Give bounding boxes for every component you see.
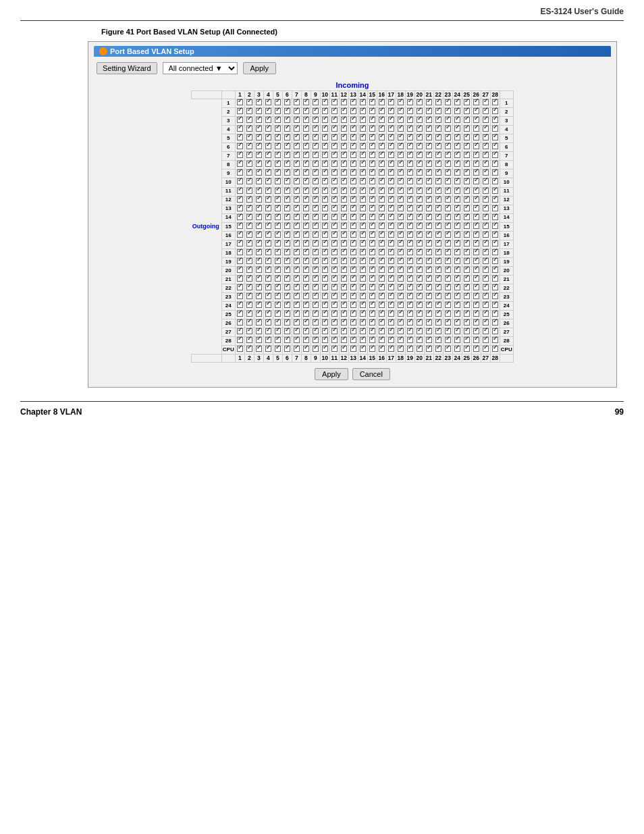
cell-rCPU-c6[interactable] [282, 346, 292, 355]
checkbox-r6-c25[interactable] [464, 143, 470, 149]
checkbox-rCPU-c28[interactable] [492, 346, 498, 352]
checkbox-r8-c21[interactable] [426, 161, 432, 167]
checkbox-r14-c24[interactable] [454, 214, 460, 220]
checkbox-rCPU-c25[interactable] [464, 346, 470, 352]
checkbox-r3-c12[interactable] [341, 117, 347, 123]
cell-rCPU-c12[interactable] [339, 346, 348, 355]
checkbox-r18-c10[interactable] [322, 249, 328, 255]
checkbox-rCPU-c6[interactable] [284, 346, 290, 352]
checkbox-r20-c13[interactable] [350, 267, 356, 273]
checkbox-r8-c3[interactable] [256, 161, 262, 167]
checkbox-r20-c19[interactable] [407, 267, 413, 273]
checkbox-r24-c6[interactable] [284, 302, 290, 308]
checkbox-r7-c4[interactable] [265, 152, 271, 158]
apply-bottom-button[interactable]: Apply [315, 368, 348, 380]
checkbox-r13-c7[interactable] [294, 205, 300, 211]
checkbox-r9-c1[interactable] [237, 170, 243, 176]
checkbox-r27-c16[interactable] [379, 328, 385, 334]
checkbox-r24-c11[interactable] [331, 302, 338, 308]
checkbox-r18-c11[interactable] [331, 249, 338, 255]
checkbox-r10-c28[interactable] [492, 178, 498, 184]
checkbox-r15-c28[interactable] [492, 223, 498, 229]
checkbox-r3-c1[interactable] [237, 117, 243, 123]
checkbox-r25-c21[interactable] [426, 311, 432, 317]
checkbox-r21-c22[interactable] [435, 276, 441, 282]
checkbox-r25-c19[interactable] [407, 311, 413, 317]
checkbox-r7-c25[interactable] [464, 152, 470, 158]
checkbox-r9-c7[interactable] [294, 170, 300, 176]
checkbox-r19-c17[interactable] [388, 258, 394, 264]
checkbox-r3-c17[interactable] [388, 117, 394, 123]
checkbox-r22-c21[interactable] [426, 284, 432, 290]
checkbox-r12-c1[interactable] [237, 197, 243, 203]
checkbox-r20-c9[interactable] [313, 267, 319, 273]
checkbox-r20-c4[interactable] [265, 267, 271, 273]
checkbox-r27-c22[interactable] [435, 328, 441, 334]
checkbox-r12-c16[interactable] [379, 197, 385, 203]
cell-rCPU-c4[interactable] [263, 346, 273, 355]
checkbox-r25-c9[interactable] [313, 311, 319, 317]
checkbox-r22-c24[interactable] [454, 284, 460, 290]
checkbox-r19-c21[interactable] [426, 258, 432, 264]
checkbox-r10-c3[interactable] [256, 178, 262, 184]
checkbox-r1-c21[interactable] [426, 99, 432, 105]
checkbox-r21-c13[interactable] [350, 276, 356, 282]
checkbox-r15-c19[interactable] [407, 223, 413, 229]
checkbox-r13-c28[interactable] [492, 205, 498, 211]
checkbox-r8-c4[interactable] [265, 161, 271, 167]
checkbox-r23-c21[interactable] [426, 293, 432, 299]
checkbox-r19-c2[interactable] [246, 258, 252, 264]
checkbox-r8-c22[interactable] [435, 161, 441, 167]
checkbox-r27-c28[interactable] [492, 328, 498, 334]
checkbox-rCPU-c7[interactable] [294, 346, 300, 352]
cell-rCPU-c5[interactable] [273, 346, 282, 355]
checkbox-r26-c8[interactable] [303, 319, 309, 325]
checkbox-r28-c23[interactable] [445, 337, 451, 343]
checkbox-r14-c1[interactable] [237, 214, 243, 220]
checkbox-rCPU-c23[interactable] [445, 346, 451, 352]
checkbox-r1-c15[interactable] [369, 99, 375, 105]
checkbox-r2-c12[interactable] [341, 108, 347, 114]
checkbox-r3-c27[interactable] [483, 117, 489, 123]
checkbox-r19-c14[interactable] [360, 258, 366, 264]
checkbox-r24-c21[interactable] [426, 302, 432, 308]
checkbox-r19-c8[interactable] [303, 258, 309, 264]
checkbox-r23-c10[interactable] [322, 293, 328, 299]
checkbox-r7-c11[interactable] [331, 152, 338, 158]
checkbox-r23-c20[interactable] [417, 293, 423, 299]
checkbox-r1-c1[interactable] [237, 99, 243, 105]
checkbox-r11-c20[interactable] [417, 188, 423, 194]
checkbox-r22-c26[interactable] [473, 284, 479, 290]
checkbox-rCPU-c10[interactable] [322, 346, 328, 352]
checkbox-r7-c17[interactable] [388, 152, 394, 158]
checkbox-r2-c25[interactable] [464, 108, 470, 114]
checkbox-r1-c20[interactable] [417, 99, 423, 105]
checkbox-r10-c6[interactable] [284, 178, 290, 184]
checkbox-r13-c16[interactable] [379, 205, 385, 211]
checkbox-r1-c9[interactable] [313, 99, 319, 105]
checkbox-r23-c18[interactable] [398, 293, 404, 299]
checkbox-r6-c22[interactable] [435, 143, 441, 149]
checkbox-rCPU-c16[interactable] [379, 346, 385, 352]
checkbox-r8-c23[interactable] [445, 161, 451, 167]
checkbox-r1-c25[interactable] [464, 99, 470, 105]
checkbox-r22-c19[interactable] [407, 284, 413, 290]
checkbox-r5-c19[interactable] [407, 134, 413, 140]
checkbox-r13-c12[interactable] [341, 205, 347, 211]
checkbox-r23-c3[interactable] [256, 293, 262, 299]
checkbox-rCPU-c11[interactable] [331, 346, 338, 352]
checkbox-r14-c5[interactable] [275, 214, 281, 220]
checkbox-r28-c25[interactable] [464, 337, 470, 343]
checkbox-r5-c3[interactable] [256, 134, 262, 140]
checkbox-r11-c18[interactable] [398, 188, 404, 194]
checkbox-r14-c7[interactable] [294, 214, 300, 220]
checkbox-r2-c28[interactable] [492, 108, 498, 114]
checkbox-rCPU-c27[interactable] [483, 346, 489, 352]
checkbox-r8-c12[interactable] [341, 161, 347, 167]
checkbox-r28-c10[interactable] [322, 337, 328, 343]
checkbox-r22-c27[interactable] [483, 284, 489, 290]
checkbox-r3-c5[interactable] [275, 117, 281, 123]
checkbox-r24-c22[interactable] [435, 302, 441, 308]
checkbox-r13-c20[interactable] [417, 205, 423, 211]
checkbox-r23-c13[interactable] [350, 293, 356, 299]
